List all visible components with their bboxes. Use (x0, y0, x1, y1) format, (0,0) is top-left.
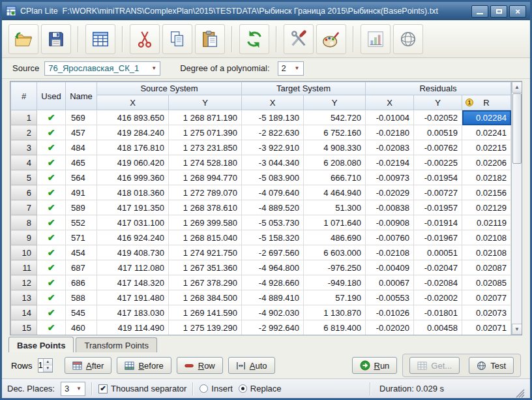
target-y-cell[interactable]: 486.690 (304, 230, 366, 245)
thousand-separator-label[interactable]: Thousand separator (111, 384, 186, 393)
row-number-cell[interactable]: 5 (11, 170, 37, 185)
used-cell[interactable]: ✔ (37, 200, 66, 215)
residual-x-cell[interactable]: -0.02083 (366, 140, 414, 155)
residual-x-cell[interactable]: -0.02020 (366, 320, 414, 335)
source-x-cell[interactable]: 419 060.420 (97, 155, 169, 170)
row-number-cell[interactable]: 12 (11, 275, 37, 290)
source-y-cell[interactable]: 1 268 815.040 (169, 230, 242, 245)
target-y-cell[interactable]: 6 208.080 (304, 155, 366, 170)
residual-x-cell[interactable]: -0.01004 (366, 110, 414, 125)
name-cell[interactable]: 569 (66, 110, 97, 125)
replace-label[interactable]: Replace (250, 384, 282, 393)
column-header-source-y[interactable]: Y (169, 95, 242, 110)
source-x-cell[interactable]: 417 191.350 (97, 200, 169, 215)
chart-button[interactable] (361, 24, 391, 54)
residual-r-cell[interactable]: 0.02073 (462, 305, 511, 320)
source-x-cell[interactable]: 419 114.490 (97, 320, 169, 335)
row-number-cell[interactable]: 2 (11, 125, 37, 140)
scroll-down-button[interactable]: ▼ (512, 324, 522, 335)
source-y-cell[interactable]: 1 273 231.850 (169, 140, 242, 155)
target-y-cell[interactable]: 4 464.940 (304, 185, 366, 200)
insert-label[interactable]: Insert (211, 384, 233, 393)
globe-button[interactable] (393, 24, 423, 54)
residual-r-cell[interactable]: 0.02206 (462, 155, 511, 170)
scrollbar-thumb[interactable] (512, 93, 522, 164)
column-header-used[interactable]: Used (37, 82, 66, 110)
refresh-button[interactable] (239, 24, 269, 54)
name-cell[interactable]: 545 (66, 305, 97, 320)
target-x-cell[interactable]: -4 902.030 (242, 305, 304, 320)
residual-x-cell[interactable]: 0.00067 (366, 275, 414, 290)
residual-y-cell[interactable]: -0.02084 (414, 275, 462, 290)
row-number-cell[interactable]: 11 (11, 260, 37, 275)
source-x-cell[interactable]: 417 191.480 (97, 290, 169, 305)
used-cell[interactable]: ✔ (37, 275, 66, 290)
source-x-cell[interactable]: 417 148.320 (97, 275, 169, 290)
used-cell[interactable]: ✔ (37, 125, 66, 140)
used-cell[interactable]: ✔ (37, 185, 66, 200)
target-y-cell[interactable]: 6 819.400 (304, 320, 366, 335)
resize-grip[interactable] (516, 389, 525, 398)
residual-y-cell[interactable]: 0.00519 (414, 125, 462, 140)
residual-r-cell[interactable]: 0.02108 (462, 230, 511, 245)
target-y-cell[interactable]: 4 908.330 (304, 140, 366, 155)
source-x-cell[interactable]: 419 284.240 (97, 125, 169, 140)
residual-r-cell[interactable]: 0.02087 (462, 260, 511, 275)
title-bar[interactable]: CPlan Lite F:\WORK\miniTRANS\ComplexPlan… (2, 2, 530, 20)
target-x-cell[interactable]: -4 889.520 (242, 200, 304, 215)
target-y-cell[interactable]: 51.300 (304, 200, 366, 215)
residual-x-cell[interactable]: -0.00553 (366, 290, 414, 305)
column-header-source-x[interactable]: X (97, 95, 169, 110)
used-cell[interactable]: ✔ (37, 290, 66, 305)
target-y-cell[interactable]: 6 603.000 (304, 245, 366, 260)
source-x-cell[interactable]: 416 999.360 (97, 170, 169, 185)
residual-y-cell[interactable]: -0.00727 (414, 185, 462, 200)
residual-y-cell[interactable]: -0.01967 (414, 230, 462, 245)
residual-y-cell[interactable]: -0.02052 (414, 110, 462, 125)
insert-before-button[interactable]: Before (117, 357, 171, 374)
name-cell[interactable]: 564 (66, 170, 97, 185)
residual-y-cell[interactable]: 0.00051 (414, 245, 462, 260)
tab-base-points[interactable]: Base Points (8, 337, 74, 352)
used-cell[interactable]: ✔ (37, 155, 66, 170)
residual-x-cell[interactable]: -0.02194 (366, 155, 414, 170)
source-y-cell[interactable]: 1 275 139.290 (169, 320, 242, 335)
residual-x-cell[interactable]: -0.00760 (366, 230, 414, 245)
row-number-cell[interactable]: 14 (11, 305, 37, 320)
target-y-cell[interactable]: 1 130.870 (304, 305, 366, 320)
target-y-cell[interactable]: -949.180 (304, 275, 366, 290)
residual-r-cell[interactable]: 0.02119 (462, 215, 511, 230)
name-cell[interactable]: 465 (66, 155, 97, 170)
rows-stepper[interactable]: 1 ▲ ▼ (38, 358, 53, 373)
source-x-cell[interactable]: 418 176.810 (97, 140, 169, 155)
replace-radio[interactable] (239, 384, 247, 393)
column-header-residual-y[interactable]: Y (414, 95, 462, 110)
target-y-cell[interactable]: -976.250 (304, 260, 366, 275)
rows-value[interactable]: 1 (38, 359, 43, 372)
source-x-cell[interactable]: 419 408.730 (97, 245, 169, 260)
residual-r-cell[interactable]: 0.02284 (462, 110, 511, 125)
paste-button[interactable] (195, 24, 225, 54)
row-number-cell[interactable]: 4 (11, 155, 37, 170)
delete-row-button[interactable]: Row (177, 357, 223, 374)
source-y-cell[interactable]: 1 268 384.500 (169, 290, 242, 305)
residual-x-cell[interactable]: -0.00973 (366, 170, 414, 185)
target-x-cell[interactable]: -4 928.660 (242, 275, 304, 290)
source-y-cell[interactable]: 1 267 351.360 (169, 260, 242, 275)
close-button[interactable]: × (509, 5, 526, 18)
source-x-cell[interactable]: 416 893.650 (97, 110, 169, 125)
name-cell[interactable]: 457 (66, 125, 97, 140)
source-x-cell[interactable]: 417 183.030 (97, 305, 169, 320)
insert-after-button[interactable]: After (65, 357, 111, 374)
target-x-cell[interactable]: -5 083.900 (242, 170, 304, 185)
tools-button[interactable] (284, 24, 314, 54)
stepper-down-button[interactable]: ▼ (44, 365, 52, 372)
get-button[interactable]: Get... (409, 357, 460, 374)
name-cell[interactable]: 460 (66, 320, 97, 335)
target-x-cell[interactable]: -2 822.630 (242, 125, 304, 140)
target-y-cell[interactable]: 1 071.640 (304, 215, 366, 230)
target-x-cell[interactable]: -4 964.800 (242, 260, 304, 275)
save-button[interactable] (41, 24, 71, 54)
name-cell[interactable]: 552 (66, 215, 97, 230)
target-x-cell[interactable]: -4 079.640 (242, 185, 304, 200)
